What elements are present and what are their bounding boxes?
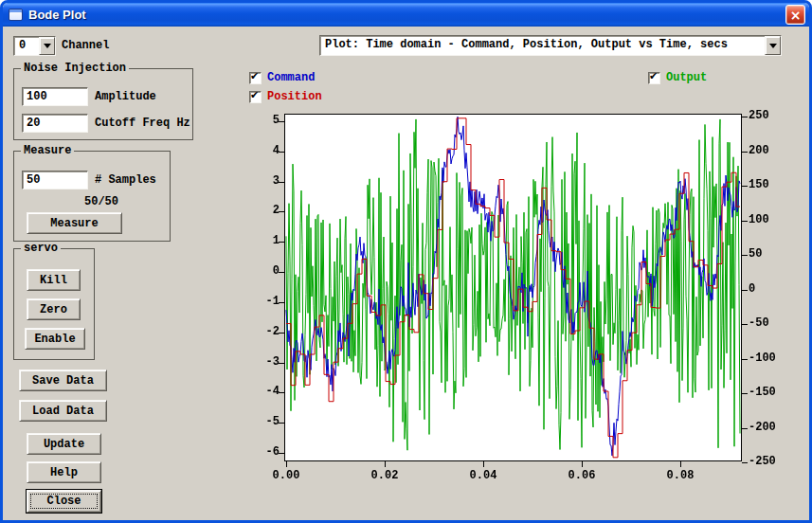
bode-plot-window: Bode Plot × 0 Channel Plot: Time domain …: [0, 0, 812, 523]
x-axis-tick-label: 0.00: [263, 469, 309, 482]
y-axis-left-tick-label: 4: [236, 144, 280, 157]
samples-input[interactable]: [22, 171, 88, 189]
y-axis-right-tick-label: 200: [749, 144, 788, 157]
cutoff-freq-input[interactable]: [22, 114, 88, 133]
amplitude-label: Amplitude: [95, 90, 156, 103]
noise-injection-group: Noise Injection Amplitude Cutoff Freq Hz: [13, 68, 193, 140]
checkbox-box: ✔: [249, 91, 262, 103]
close-window-button[interactable]: ×: [785, 5, 805, 25]
x-axis-tick-label: 0.04: [460, 469, 506, 482]
y-axis-right-tick-mark: [742, 462, 748, 463]
y-axis-right-tick-label: 100: [749, 213, 788, 226]
y-axis-right-tick-label: 150: [749, 178, 788, 191]
x-axis-tick-label: 0.08: [658, 469, 703, 482]
x-axis-tick-label: 0.02: [362, 469, 407, 482]
load-data-button[interactable]: Load Data: [19, 400, 107, 422]
check-icon: ✔: [649, 70, 658, 82]
y-axis-right-tick-label: -200: [749, 421, 788, 434]
output-checkbox-label: Output: [666, 71, 707, 84]
command-checkbox-label: Command: [267, 71, 315, 84]
y-axis-left-tick-label: 5: [236, 114, 280, 127]
y-axis-left-tick-label: -6: [236, 445, 280, 459]
kill-button[interactable]: Kill: [27, 269, 81, 291]
y-axis-right-tick-label: -150: [749, 386, 788, 399]
y-axis-right-tick-mark: [742, 428, 748, 429]
close-button[interactable]: Close: [27, 490, 101, 513]
y-axis-left-tick-label: -5: [236, 415, 280, 428]
y-axis-left-tick-label: 1: [236, 234, 280, 247]
measure-button[interactable]: Measure: [27, 212, 122, 234]
cutoff-freq-label: Cutoff Freq Hz: [95, 117, 190, 130]
x-axis-tick-label: 0.06: [559, 469, 604, 482]
servo-group-label: servo: [21, 242, 61, 255]
position-checkbox[interactable]: ✔ Position: [249, 90, 322, 103]
measure-group-label: Measure: [21, 144, 74, 157]
save-data-button[interactable]: Save Data: [19, 370, 107, 391]
noise-injection-group-label: Noise Injection: [21, 62, 129, 75]
amplitude-input[interactable]: [22, 87, 88, 106]
help-button[interactable]: Help: [27, 461, 101, 483]
titlebar[interactable]: Bode Plot ×: [3, 3, 809, 27]
servo-group: servo Kill Zero Enable: [13, 248, 95, 360]
y-axis-right-tick-label: -250: [749, 455, 788, 468]
y-axis-right-tick-label: -50: [749, 316, 788, 330]
enable-button[interactable]: Enable: [25, 328, 85, 350]
y-axis-right-tick-label: 50: [749, 247, 788, 261]
measure-progress: 50/50: [84, 195, 170, 208]
plot-type-value: Plot: Time domain - Command, Position, O…: [320, 36, 765, 55]
y-axis-right-tick-mark: [742, 221, 748, 222]
output-checkbox[interactable]: ✔ Output: [648, 71, 707, 84]
y-axis-left-tick-label: -2: [236, 325, 280, 338]
y-axis-right-tick-label: -100: [749, 352, 788, 365]
channel-select[interactable]: 0: [13, 36, 56, 56]
y-axis-left-tick-label: -3: [236, 355, 280, 369]
chevron-down-icon[interactable]: [765, 36, 781, 55]
x-axis-tick-mark: [385, 461, 386, 467]
y-axis-right-tick-mark: [742, 186, 748, 187]
y-axis-left-tick-label: -4: [236, 385, 280, 398]
y-axis-left-tick-label: 2: [236, 204, 280, 217]
checkbox-box: ✔: [648, 72, 660, 84]
y-axis-right-tick-mark: [742, 393, 748, 394]
update-button[interactable]: Update: [27, 433, 101, 455]
check-icon: ✔: [250, 70, 259, 82]
command-checkbox[interactable]: ✔ Command: [249, 71, 315, 84]
zero-button[interactable]: Zero: [27, 298, 81, 320]
y-axis-right-tick-mark: [742, 290, 748, 291]
y-axis-left-tick-label: 0: [236, 264, 280, 278]
y-axis-right-tick-mark: [742, 255, 748, 256]
x-axis-tick-mark: [483, 461, 484, 467]
channel-value: 0: [14, 37, 39, 55]
window-title: Bode Plot: [28, 8, 86, 22]
dialog-content: 0 Channel Plot: Time domain - Command, P…: [3, 27, 809, 520]
plot-type-select[interactable]: Plot: Time domain - Command, Position, O…: [319, 35, 782, 56]
plot-canvas: [285, 115, 741, 460]
y-axis-right-tick-mark: [742, 117, 748, 117]
x-axis-tick-mark: [286, 461, 287, 467]
measure-group: Measure # Samples 50/50 Measure: [13, 151, 171, 242]
chevron-down-icon[interactable]: [39, 37, 55, 55]
y-axis-right-tick-label: 0: [749, 282, 788, 296]
app-icon: [9, 9, 23, 21]
y-axis-right-tick-mark: [742, 152, 748, 153]
position-checkbox-label: Position: [267, 90, 322, 103]
y-axis-left-tick-label: -1: [236, 295, 280, 308]
check-icon: ✔: [250, 89, 259, 101]
x-axis-tick-mark: [582, 461, 583, 467]
y-axis-right-tick-mark: [742, 359, 748, 360]
x-axis-tick-mark: [680, 461, 681, 467]
checkbox-box: ✔: [249, 72, 262, 84]
samples-label: # Samples: [95, 173, 156, 187]
close-icon: ×: [790, 8, 802, 23]
y-axis-left-tick-label: 3: [236, 174, 280, 188]
y-axis-right-tick-label: 250: [749, 109, 788, 122]
channel-label: Channel: [62, 39, 109, 52]
y-axis-right-tick-mark: [742, 324, 748, 325]
